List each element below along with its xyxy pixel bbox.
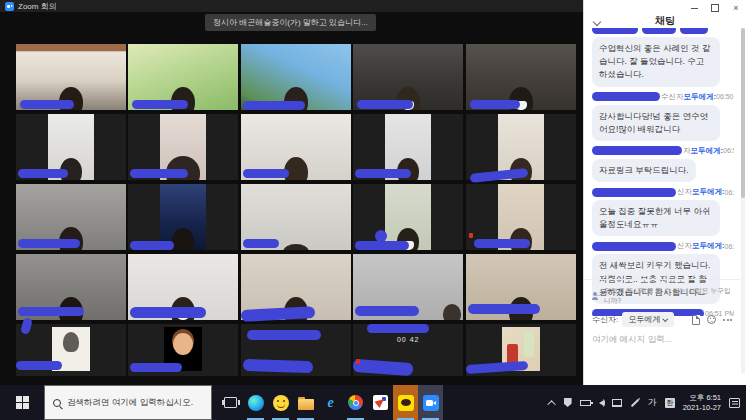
tray-expand-icon[interactable] bbox=[547, 400, 555, 408]
redaction-scribble bbox=[18, 239, 80, 248]
video-tile-r2c1[interactable] bbox=[16, 114, 126, 180]
chat-message-header: 수신자모두에게:06:50 PM bbox=[592, 92, 734, 102]
emoji-icon[interactable] bbox=[707, 315, 716, 324]
task-view-button[interactable] bbox=[218, 385, 243, 420]
video-tile-r2c2[interactable] bbox=[128, 114, 238, 180]
participant-silhouette bbox=[443, 304, 461, 320]
redaction-scribble bbox=[16, 361, 62, 370]
chat-message-list: 수업혁신의 좋은 사례인 것 같습니다. 잘 들었습니다. 수고 하셨습니다.수… bbox=[592, 28, 734, 316]
taskbar-search-input[interactable]: 검색하려면 여기에 입력하십시오. bbox=[44, 385, 212, 420]
chat-message-bubble: 수업혁신의 좋은 사례인 것 같습니다. 잘 들었습니다. 수고 하셨습니다. bbox=[592, 37, 720, 87]
video-tile-r5c5[interactable] bbox=[466, 324, 576, 376]
chat-timestamp: 06:50 PM bbox=[716, 93, 734, 100]
video-tile-r3c3[interactable] bbox=[241, 184, 351, 250]
zoom-taskbar-button[interactable] bbox=[418, 385, 443, 420]
video-tile-r5c1[interactable] bbox=[16, 324, 126, 376]
more-options-icon[interactable] bbox=[723, 319, 732, 321]
video-tile-r5c2[interactable] bbox=[128, 324, 238, 376]
recipient-dropdown[interactable]: 모두에게 bbox=[622, 312, 674, 327]
chat-message-bubble: 오늘 집중 잘못한게 너무 아쉬울정도네요ㅠㅠ bbox=[592, 200, 720, 236]
video-tile-r4c1[interactable] bbox=[16, 254, 126, 320]
ime-korean-label[interactable]: 가 bbox=[648, 396, 657, 409]
redaction-scribble bbox=[243, 101, 305, 110]
chat-panel: × 채팅 수업혁신의 좋은 사례인 것 같습니다. 잘 들었습니다. 수고 하셨… bbox=[583, 0, 746, 385]
video-tile-r4c4[interactable] bbox=[353, 254, 463, 320]
redaction-scribble bbox=[592, 188, 676, 197]
smiley-icon bbox=[273, 395, 289, 411]
redaction-scribble bbox=[130, 363, 182, 372]
zoom-camera-icon bbox=[423, 395, 439, 411]
redaction-scribble bbox=[642, 28, 676, 34]
taskbar-clock[interactable]: 오후 6:51 2021-10-27 bbox=[683, 393, 721, 413]
internet-explorer-button[interactable]: e bbox=[318, 385, 343, 420]
redaction-scribble bbox=[592, 92, 660, 101]
video-tile-r1c4[interactable] bbox=[353, 44, 463, 110]
window-controls: × bbox=[688, 2, 742, 14]
maximize-button[interactable] bbox=[709, 2, 721, 14]
internet-explorer-icon: e bbox=[327, 395, 333, 411]
dart-app-button[interactable] bbox=[368, 385, 393, 420]
file-explorer-button[interactable] bbox=[293, 385, 318, 420]
video-tile-r5c3[interactable] bbox=[241, 324, 351, 376]
video-tile-r3c5[interactable] bbox=[466, 184, 576, 250]
network-icon[interactable] bbox=[612, 399, 622, 407]
video-tile-r1c3[interactable] bbox=[241, 44, 351, 110]
chat-sender-fragment: 수신자 bbox=[661, 92, 684, 102]
video-tile-r3c4[interactable] bbox=[353, 184, 463, 250]
chat-footer: 귀하의 메시지를 볼 수 있는 사람은 누구입니까? 수신자: 모두에게 여기에… bbox=[584, 279, 740, 350]
chat-recipient-label: 모두에게: bbox=[684, 92, 717, 102]
video-tile-r2c4[interactable] bbox=[353, 114, 463, 180]
attach-file-icon[interactable] bbox=[692, 315, 700, 325]
speaker-icon[interactable] bbox=[599, 400, 604, 406]
video-tile-r1c1[interactable] bbox=[16, 44, 126, 110]
redaction-scribble bbox=[243, 239, 279, 248]
chat-message-header: 신자모두에게:06:50 PM bbox=[592, 241, 734, 251]
ime-mode-icon[interactable]: 한 bbox=[665, 398, 675, 408]
pen-icon[interactable] bbox=[630, 398, 638, 406]
video-tile-r1c2[interactable] bbox=[128, 44, 238, 110]
edge-button[interactable] bbox=[243, 385, 268, 420]
task-view-icon bbox=[224, 397, 237, 408]
window-title: Zoom 회의 bbox=[18, 1, 57, 12]
recipient-label: 수신자: bbox=[592, 314, 618, 325]
redaction-scribble bbox=[243, 359, 313, 373]
participant-silhouette bbox=[172, 228, 194, 250]
close-button[interactable]: × bbox=[730, 2, 742, 14]
chat-message-header: 자모두에게:06:50 PM bbox=[592, 146, 734, 156]
action-center-icon[interactable] bbox=[729, 398, 740, 408]
chat-sender-fragment: 신자 bbox=[677, 241, 692, 251]
chat-sender-fragment: 자 bbox=[683, 146, 691, 156]
redaction-scribble bbox=[465, 361, 527, 374]
redaction-scribble bbox=[355, 306, 419, 316]
video-tile-r5c4[interactable]: 00 42 bbox=[353, 324, 463, 376]
chrome-button[interactable] bbox=[343, 385, 368, 420]
chat-timestamp: 06:50 PM bbox=[725, 189, 735, 196]
battery-icon[interactable] bbox=[580, 400, 591, 406]
video-tile-r2c5[interactable] bbox=[466, 114, 576, 180]
redaction-scribble bbox=[130, 307, 206, 318]
video-tile-r4c5[interactable] bbox=[466, 254, 576, 320]
video-tile-r3c2[interactable] bbox=[128, 184, 238, 250]
video-tile-r3c1[interactable] bbox=[16, 184, 126, 250]
window-titlebar: Zoom 회의 bbox=[0, 0, 583, 12]
start-button[interactable] bbox=[0, 385, 44, 420]
chat-scrollbar[interactable] bbox=[741, 28, 745, 373]
chat-message-input[interactable]: 여기에 메시지 입력... bbox=[592, 334, 732, 346]
redaction-scribble bbox=[18, 169, 68, 178]
kakaotalk-button[interactable] bbox=[393, 385, 418, 420]
redaction-scribble bbox=[18, 307, 84, 316]
video-tile-r4c3[interactable] bbox=[241, 254, 351, 320]
video-tile-r1c5[interactable] bbox=[466, 44, 576, 110]
windows-logo-icon bbox=[16, 396, 29, 409]
video-tile-r2c3[interactable] bbox=[241, 114, 351, 180]
search-icon bbox=[53, 399, 61, 407]
chevron-down-icon bbox=[663, 316, 669, 322]
redaction-scribble bbox=[355, 241, 409, 250]
video-tile-r4c2[interactable] bbox=[128, 254, 238, 320]
chat-timestamp: 06:50 PM bbox=[725, 243, 735, 250]
chat-sender-fragment: 신자 bbox=[677, 187, 692, 197]
minimize-button[interactable] bbox=[688, 2, 700, 14]
edge-icon bbox=[248, 395, 264, 411]
smiley-app-button[interactable] bbox=[268, 385, 293, 420]
security-shield-icon[interactable] bbox=[564, 398, 572, 407]
